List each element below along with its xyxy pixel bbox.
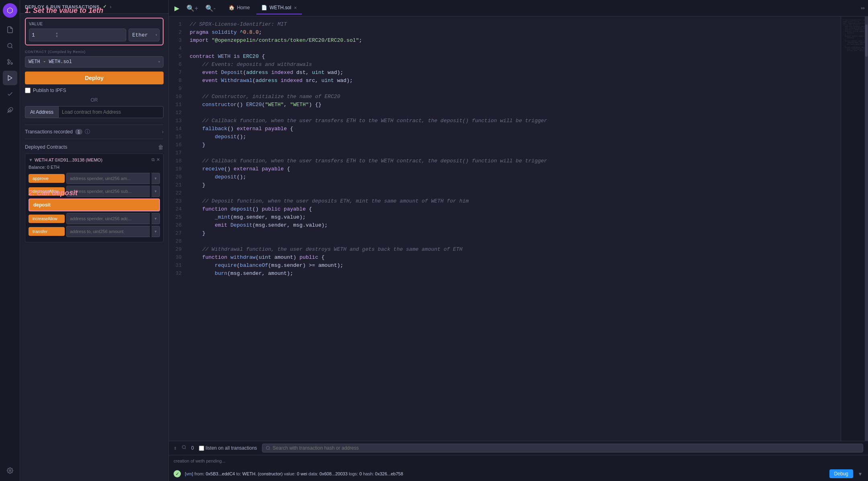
svg-point-3 (8, 59, 9, 61)
tab-home[interactable]: 🏠 Home (224, 2, 255, 14)
expand-down-button[interactable]: ▾ (857, 469, 863, 479)
search-input[interactable] (273, 445, 860, 451)
bottom-bar: ⇕ 0 listen on all transactions creation … (169, 441, 868, 481)
info-icon[interactable]: ⓘ (85, 128, 90, 135)
zoom-out-button[interactable]: 🔍- (203, 4, 218, 13)
search-area (262, 444, 863, 452)
scrollbar[interactable] (865, 16, 868, 441)
transfer-chevron[interactable]: ▾ (151, 226, 160, 237)
sidebar-item-git[interactable] (3, 55, 17, 69)
transfer-button[interactable]: transfer (29, 227, 65, 236)
svg-point-11 (266, 446, 269, 450)
tx-row: ✓ [vm] from: 0x5B3...eddC4 to: WETH. (co… (169, 467, 868, 481)
copy-icon[interactable]: ⧉ (151, 157, 155, 162)
scrollbar-thumb[interactable] (865, 25, 868, 57)
deployed-contracts-label: Deployed Contracts (25, 144, 67, 150)
value-section: VALUE ▲ ▼ Wei Gwei Finney (25, 18, 164, 45)
icon-sidebar: ⬡ (0, 0, 20, 481)
svg-line-10 (185, 448, 186, 449)
svg-point-8 (9, 470, 11, 471)
status-check: ✓ (103, 4, 107, 9)
transactions-count: 1 (75, 129, 82, 135)
value-spinner[interactable]: ▲ ▼ (56, 32, 58, 38)
close-icon[interactable]: ✕ (156, 157, 160, 162)
instance-chevron[interactable]: ▼ (29, 158, 33, 162)
tx-count: 0 (191, 445, 194, 451)
home-icon: 🏠 (229, 5, 235, 10)
listen-checkbox-row: listen on all transactions (199, 445, 257, 451)
line-numbers: 12345 678910 1112131415 1617181920 21222… (169, 16, 185, 441)
svg-line-1 (11, 47, 12, 48)
tx-success-icon: ✓ (174, 470, 181, 477)
bottom-expand-icon[interactable]: ⇕ (174, 445, 177, 451)
approve-button[interactable]: approve (29, 174, 65, 183)
tx-details: [vm] from: 0x5B3...eddC4 to: WETH. (cons… (185, 471, 403, 476)
svg-marker-5 (8, 76, 12, 80)
bottom-search-icon (182, 445, 186, 451)
contract-select-wrap: WETH - WETH.sol (25, 56, 164, 68)
tab-home-label: Home (237, 5, 250, 10)
instance-name: WETH AT 0XD91...39138 (MEMO) (35, 158, 102, 162)
deposit-button[interactable]: deposit (29, 199, 160, 211)
load-contract-input[interactable] (58, 106, 164, 118)
decrease-allow-input[interactable] (66, 186, 150, 197)
sidebar-item-deploy[interactable] (3, 71, 17, 85)
panel-arrow[interactable]: › (110, 4, 111, 9)
code-editor: 12345 678910 1112131415 1617181920 21222… (169, 16, 868, 441)
transactions-chevron[interactable]: › (162, 129, 164, 135)
search-icon (266, 446, 270, 450)
deposit-btn-row: 2. Call deposit deposit (29, 199, 160, 211)
run-button[interactable]: ▶ (172, 4, 182, 13)
publish-checkbox[interactable] (25, 88, 31, 93)
at-address-row: At Address (25, 106, 164, 118)
left-panel: DEPLOY & RUN TRANSACTIONS ✓ › 1. Set the… (20, 0, 169, 481)
sidebar-item-search[interactable] (3, 39, 17, 53)
value-input-wrap: ▲ ▼ (29, 29, 126, 41)
app-logo[interactable]: ⬡ (3, 3, 17, 18)
svg-point-0 (8, 43, 12, 48)
sidebar-item-settings[interactable] (3, 463, 17, 478)
toolbar-row: ▶ 🔍+ 🔍- 🏠 Home 📄 WETH.sol ✕ ⇔ (169, 0, 868, 16)
transfer-btn-row: transfer ▾ (29, 226, 160, 237)
trash-icon[interactable]: 🗑 (158, 144, 164, 150)
svg-point-2 (11, 63, 12, 64)
bottom-bar-controls: ⇕ 0 listen on all transactions (169, 441, 868, 455)
at-address-button[interactable]: At Address (25, 106, 58, 118)
transactions-row[interactable]: Transactions recorded 1 ⓘ › (25, 125, 164, 139)
bottom-log: creation of weth pending... (169, 455, 868, 467)
increase-allow-button[interactable]: increaseAllow (29, 215, 65, 223)
increase-allow-input[interactable] (66, 213, 150, 224)
expand-icon[interactable]: ⇔ (861, 4, 865, 12)
zoom-in-button[interactable]: 🔍+ (184, 4, 201, 13)
balance-row: Balance: 0 ETH (29, 165, 160, 170)
ether-unit-select[interactable]: Wei Gwei Finney Ether (129, 29, 160, 41)
tab-weth[interactable]: 📄 WETH.sol ✕ (256, 2, 302, 14)
code-area[interactable]: 12345 678910 1112131415 1617181920 21222… (169, 16, 841, 441)
publish-label: Publish to IPFS (33, 88, 66, 93)
ether-select-wrap: Wei Gwei Finney Ether (129, 29, 160, 41)
approve-chevron[interactable]: ▾ (151, 173, 160, 184)
editor-area: ▶ 🔍+ 🔍- 🏠 Home 📄 WETH.sol ✕ ⇔ 12345 6789… (169, 0, 868, 481)
decrease-allow-button[interactable]: decreaseAllow (29, 187, 65, 196)
sidebar-item-files[interactable] (3, 23, 17, 37)
value-row: ▲ ▼ Wei Gwei Finney Ether (29, 29, 160, 41)
panel-title: DEPLOY & RUN TRANSACTIONS (25, 4, 100, 9)
increase-allow-chevron[interactable]: ▾ (151, 213, 160, 224)
sidebar-item-plugin[interactable] (3, 103, 17, 117)
listen-checkbox[interactable] (199, 446, 204, 451)
contract-instance: ▼ WETH AT 0XD91...39138 (MEMO) ⧉ ✕ Balan… (25, 154, 164, 242)
svg-point-9 (182, 446, 185, 449)
deploy-button[interactable]: Deploy (25, 72, 164, 84)
approve-btn-row: approve ▾ (29, 173, 160, 184)
value-input[interactable] (32, 32, 56, 38)
transfer-input[interactable] (66, 226, 150, 237)
decrease-allow-btn-row: decreaseAllow ▾ (29, 186, 160, 197)
transactions-label: Transactions recorded (25, 129, 73, 135)
panel-header: DEPLOY & RUN TRANSACTIONS ✓ › (20, 0, 168, 14)
sidebar-item-verify[interactable] (3, 87, 17, 101)
debug-button[interactable]: Debug (829, 469, 853, 478)
contract-select[interactable]: WETH - WETH.sol (25, 56, 164, 68)
tab-close-icon[interactable]: ✕ (294, 6, 297, 10)
approve-input[interactable] (66, 173, 150, 184)
decrease-allow-chevron[interactable]: ▾ (151, 186, 160, 197)
